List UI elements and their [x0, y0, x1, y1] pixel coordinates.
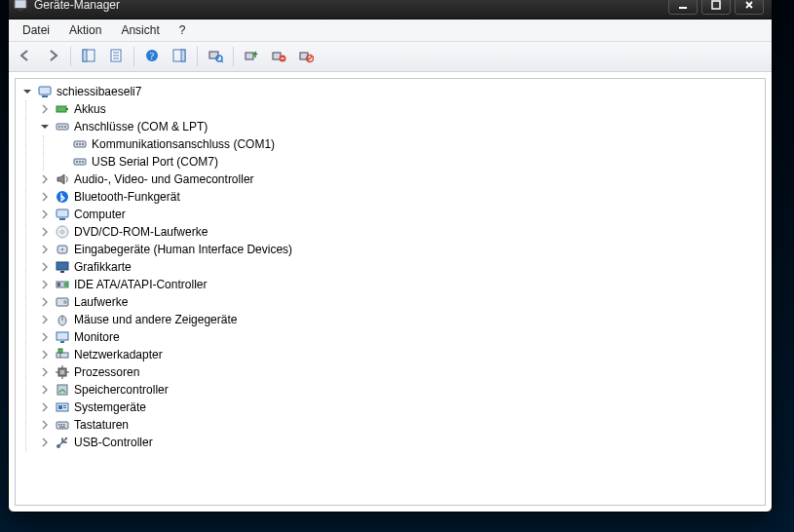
expand-icon[interactable]: [39, 279, 51, 290]
svg-point-78: [65, 437, 67, 439]
svg-rect-47: [57, 262, 68, 270]
tree-item[interactable]: Bluetooth-Funkgerät: [37, 188, 765, 206]
svg-rect-2: [679, 7, 687, 9]
menu-view[interactable]: Ansicht: [111, 19, 169, 41]
svg-rect-13: [181, 50, 185, 61]
tree-item[interactable]: Tastaturen: [37, 416, 765, 434]
tree-item[interactable]: schiessibaeseli7: [19, 83, 765, 100]
expand-icon[interactable]: [39, 209, 51, 220]
usb-icon: [55, 435, 70, 450]
tree-item[interactable]: Speichercontroller: [37, 381, 765, 399]
tree-item[interactable]: Netzwerkadapter: [37, 346, 765, 363]
expand-icon[interactable]: [39, 244, 51, 255]
device-tree-panel[interactable]: schiessibaeseli7AkkusAnschlüsse (COM & L…: [15, 78, 766, 506]
tree-item-label: USB-Controller: [74, 436, 153, 449]
scan-hardware-changes-button[interactable]: [203, 44, 228, 69]
port-icon: [72, 136, 88, 152]
tree-item[interactable]: Mäuse und andere Zeigegeräte: [37, 311, 765, 328]
tree-item-label: IDE ATA/ATAPI-Controller: [74, 278, 207, 291]
minimize-button[interactable]: [668, 0, 698, 15]
menu-help[interactable]: ?: [170, 19, 196, 41]
tree-item[interactable]: Anschlüsse (COM & LPT): [37, 118, 765, 135]
expand-icon[interactable]: [39, 366, 51, 378]
disc-icon: [55, 224, 70, 240]
back-button[interactable]: [13, 44, 38, 69]
svg-point-35: [82, 143, 84, 145]
tree-item[interactable]: Systemgeräte: [37, 399, 765, 416]
battery-icon: [55, 101, 70, 117]
tree-item[interactable]: IDE ATA/ATAPI-Controller: [37, 276, 765, 293]
toolbar: ?: [9, 42, 772, 72]
titlebar[interactable]: Geräte-Manager: [9, 0, 772, 19]
tree-item-label: Kommunikationsanschluss (COM1): [92, 137, 275, 151]
tree-item[interactable]: Computer: [37, 206, 765, 223]
expand-icon[interactable]: [39, 261, 51, 273]
tree-item[interactable]: Grafikkarte: [37, 258, 765, 276]
expand-icon[interactable]: [39, 314, 51, 325]
cpu-icon: [55, 364, 70, 380]
tree-item-label: Laufwerke: [74, 295, 128, 309]
svg-rect-59: [58, 349, 62, 353]
tree-item[interactable]: USB-Controller: [37, 434, 765, 451]
expand-icon[interactable]: [39, 296, 51, 308]
expand-icon[interactable]: [39, 173, 51, 185]
tree-item[interactable]: DVD/CD-ROM-Laufwerke: [37, 223, 765, 241]
expand-icon[interactable]: [39, 419, 51, 431]
properties-icon: [108, 48, 124, 66]
svg-text:?: ?: [150, 51, 155, 61]
svg-point-51: [64, 283, 69, 287]
tree-item[interactable]: USB Serial Port (COM7): [55, 153, 765, 171]
menu-action[interactable]: Aktion: [59, 19, 111, 41]
svg-rect-26: [57, 106, 66, 112]
tree-item[interactable]: Laufwerke: [37, 293, 765, 311]
svg-line-16: [221, 60, 223, 62]
show-hide-console-tree-button[interactable]: [76, 44, 101, 69]
svg-point-31: [64, 126, 66, 128]
close-button[interactable]: [735, 0, 764, 15]
uninstall-device-button[interactable]: [266, 44, 291, 69]
svg-point-34: [79, 143, 81, 145]
ide-icon: [55, 277, 70, 292]
expand-icon[interactable]: [39, 401, 51, 413]
svg-point-53: [63, 300, 67, 304]
update-driver-button[interactable]: [239, 44, 264, 69]
action-pane-button[interactable]: [167, 44, 192, 69]
help-icon: ?: [144, 48, 160, 66]
tree-item-label: schiessibaeseli7: [57, 85, 141, 98]
expand-icon[interactable]: [39, 384, 51, 396]
expand-icon[interactable]: [39, 331, 51, 343]
disable-device-button[interactable]: [293, 44, 319, 69]
expand-icon[interactable]: [39, 349, 51, 361]
tree-item[interactable]: Kommunikationsanschluss (COM1): [55, 135, 765, 153]
svg-point-29: [58, 126, 60, 128]
uninstall-icon: [271, 48, 286, 66]
svg-point-44: [61, 231, 64, 234]
forward-button[interactable]: [40, 44, 65, 69]
collapse-icon[interactable]: [21, 86, 33, 97]
expand-icon[interactable]: [39, 191, 51, 203]
svg-rect-75: [63, 424, 65, 426]
tree-item[interactable]: Audio-, Video- und Gamecontroller: [37, 171, 765, 188]
svg-rect-80: [65, 441, 67, 443]
collapse-icon[interactable]: [39, 121, 51, 133]
tree-item[interactable]: Prozessoren: [37, 363, 765, 381]
drive-icon: [55, 294, 70, 310]
expand-icon[interactable]: [39, 226, 51, 238]
update-driver-icon: [244, 48, 259, 66]
expand-icon[interactable]: [39, 437, 51, 448]
svg-rect-50: [57, 283, 60, 286]
tree-item[interactable]: Akkus: [37, 100, 765, 118]
svg-point-33: [76, 143, 78, 145]
svg-rect-5: [83, 50, 87, 61]
help-button[interactable]: ?: [139, 44, 165, 69]
tree-item[interactable]: Monitore: [37, 328, 765, 346]
disable-icon: [298, 48, 314, 66]
tree-item[interactable]: Eingabegeräte (Human Interface Devices): [37, 241, 765, 258]
properties-button[interactable]: [103, 44, 129, 69]
maximize-button[interactable]: [701, 0, 731, 15]
menu-file[interactable]: Datei: [13, 19, 59, 41]
svg-rect-74: [61, 424, 63, 426]
svg-rect-3: [712, 1, 720, 9]
expand-icon[interactable]: [39, 103, 51, 115]
svg-rect-17: [246, 53, 253, 59]
